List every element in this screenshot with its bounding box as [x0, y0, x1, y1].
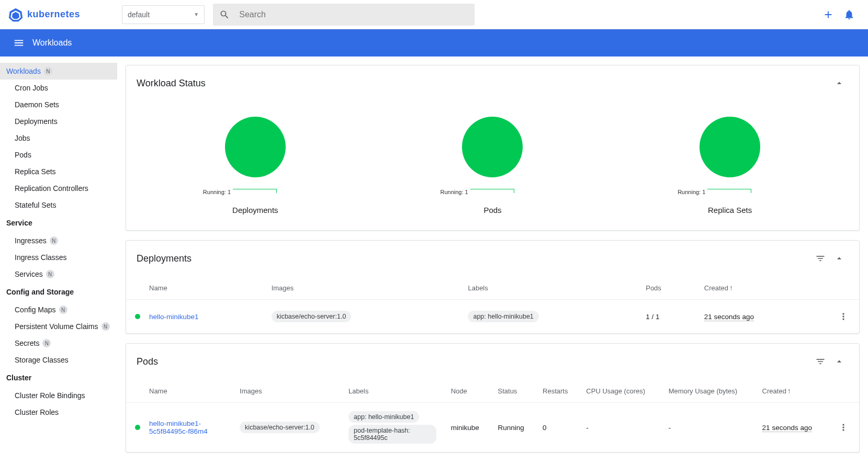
created-time: 21 seconds ago	[704, 313, 754, 321]
sidebar-section-title: Config and Storage	[0, 283, 117, 301]
pod-node: minikube	[445, 403, 492, 453]
sidebar-item-stateful-sets[interactable]: Stateful Sets	[0, 197, 117, 213]
sidebar: WorkloadsNCron JobsDaemon SetsDeployment…	[0, 57, 117, 463]
col-created[interactable]: Created↑	[698, 276, 828, 300]
sidebar-item-cluster-role-bindings[interactable]: Cluster Role Bindings	[0, 387, 117, 404]
collapse-button[interactable]	[830, 74, 849, 93]
sidebar-item-jobs[interactable]: Jobs	[0, 130, 117, 146]
search-input[interactable]	[239, 10, 468, 19]
collapse-button[interactable]	[830, 249, 849, 268]
sidebar-item-label: Daemon Sets	[15, 100, 59, 109]
sidebar-item-ingresses[interactable]: IngressesN	[0, 232, 117, 249]
sidebar-item-workloads[interactable]: WorkloadsN	[0, 63, 117, 80]
row-actions-button[interactable]	[834, 307, 853, 326]
brand-text: kubernetes	[27, 9, 80, 20]
col-restarts[interactable]: Restarts	[536, 379, 580, 403]
sidebar-item-label: Stateful Sets	[15, 201, 56, 209]
menu-toggle-button[interactable]	[8, 32, 29, 53]
pods-count: 1 / 1	[639, 300, 698, 334]
chevron-up-icon	[834, 356, 844, 367]
sidebar-item-label: Ingress Classes	[15, 253, 67, 262]
deployment-link[interactable]: hello-minikube1	[149, 313, 199, 321]
deployments-title: Deployments	[137, 253, 191, 264]
filter-button[interactable]	[811, 249, 830, 268]
col-created[interactable]: Created↑	[756, 379, 828, 403]
sidebar-item-label: Workloads	[6, 67, 41, 75]
sidebar-item-config-maps[interactable]: Config MapsN	[0, 301, 117, 318]
sidebar-item-storage-classes[interactable]: Storage Classes	[0, 352, 117, 368]
hamburger-icon	[13, 37, 25, 49]
sidebar-item-replica-sets[interactable]: Replica Sets	[0, 163, 117, 180]
sidebar-item-daemon-sets[interactable]: Daemon Sets	[0, 96, 117, 113]
pods-table: Name Images Labels Node Status Restarts …	[126, 379, 859, 452]
more-vert-icon	[838, 311, 849, 322]
sidebar-item-ingress-classes[interactable]: Ingress Classes	[0, 249, 117, 266]
badge-n: N	[46, 270, 54, 278]
donut-icon	[462, 117, 523, 177]
status-chart: Running: 1Pods	[375, 117, 610, 214]
badge-n: N	[42, 339, 51, 347]
main-content: Workload Status Running: 1DeploymentsRun…	[117, 57, 868, 463]
col-mem[interactable]: Memory Usage (bytes)	[662, 379, 756, 403]
notifications-button[interactable]	[839, 4, 860, 25]
sidebar-item-cluster-roles[interactable]: Cluster Roles	[0, 404, 117, 421]
col-labels[interactable]: Labels	[461, 276, 639, 300]
badge-n: N	[50, 236, 58, 245]
collapse-button[interactable]	[830, 352, 849, 371]
sidebar-item-label: Pods	[15, 151, 31, 159]
badge-n: N	[102, 322, 110, 331]
pod-link[interactable]: hello-minikube1-5c5f84495c-f86m4	[149, 420, 208, 435]
workload-status-title: Workload Status	[137, 78, 206, 89]
namespace-select[interactable]: default ▼	[122, 5, 205, 24]
label-chip: app: hello-minikube1	[468, 311, 538, 322]
col-labels[interactable]: Labels	[342, 379, 445, 403]
col-images[interactable]: Images	[265, 276, 462, 300]
sidebar-item-services[interactable]: ServicesN	[0, 266, 117, 283]
deployments-table: Name Images Labels Pods Created↑ hello-m…	[126, 276, 859, 333]
filter-icon	[815, 253, 826, 264]
created-time: 21 seconds ago	[762, 424, 812, 432]
sidebar-item-label: Replication Controllers	[15, 184, 88, 193]
sidebar-item-replication-controllers[interactable]: Replication Controllers	[0, 180, 117, 197]
col-name[interactable]: Name	[149, 379, 233, 403]
sidebar-item-persistent-volume-claims[interactable]: Persistent Volume ClaimsN	[0, 318, 117, 335]
status-chart: Running: 1Replica Sets	[613, 117, 848, 214]
sidebar-item-deployments[interactable]: Deployments	[0, 113, 117, 130]
status-dot-icon	[135, 425, 140, 430]
page-header: Workloads	[0, 29, 868, 57]
col-cpu[interactable]: CPU Usage (cores)	[580, 379, 662, 403]
row-actions-button[interactable]	[834, 418, 853, 437]
deployments-card: Deployments Name Images Labels Pods Crea…	[126, 240, 860, 334]
sidebar-item-label: Cluster Roles	[15, 408, 59, 416]
chart-label: Pods	[483, 206, 501, 214]
label-chip: app: hello-minikube1	[348, 411, 419, 423]
col-pods[interactable]: Pods	[639, 276, 698, 300]
col-status[interactable]: Status	[492, 379, 537, 403]
table-row: hello-minikube1-5c5f84495c-f86m4kicbase/…	[126, 403, 859, 453]
brand-logo[interactable]: kubernetes	[8, 7, 80, 22]
label-chip: kicbase/echo-server:1.0	[272, 311, 352, 322]
status-chart: Running: 1Deployments	[138, 117, 373, 214]
chevron-down-icon: ▼	[194, 12, 199, 17]
chevron-up-icon	[834, 253, 844, 264]
filter-button[interactable]	[811, 352, 830, 371]
search-box[interactable]	[213, 4, 475, 26]
sidebar-item-label: Cron Jobs	[15, 84, 48, 92]
sidebar-item-label: Config Maps	[15, 306, 56, 314]
sidebar-item-secrets[interactable]: SecretsN	[0, 335, 117, 352]
badge-n: N	[44, 67, 52, 75]
sidebar-section-title: Service	[0, 213, 117, 232]
plus-icon	[822, 9, 834, 20]
create-button[interactable]	[818, 4, 839, 25]
filter-icon	[815, 356, 826, 367]
col-images[interactable]: Images	[233, 379, 342, 403]
sidebar-item-pods[interactable]: Pods	[0, 146, 117, 163]
status-dot-icon	[135, 314, 140, 319]
page-title: Workloads	[32, 38, 72, 48]
col-name[interactable]: Name	[149, 276, 265, 300]
col-node[interactable]: Node	[445, 379, 492, 403]
more-vert-icon	[838, 422, 849, 433]
sidebar-item-cron-jobs[interactable]: Cron Jobs	[0, 80, 117, 96]
badge-n: N	[59, 306, 67, 314]
label-chip: pod-template-hash: 5c5f84495c	[348, 425, 436, 444]
